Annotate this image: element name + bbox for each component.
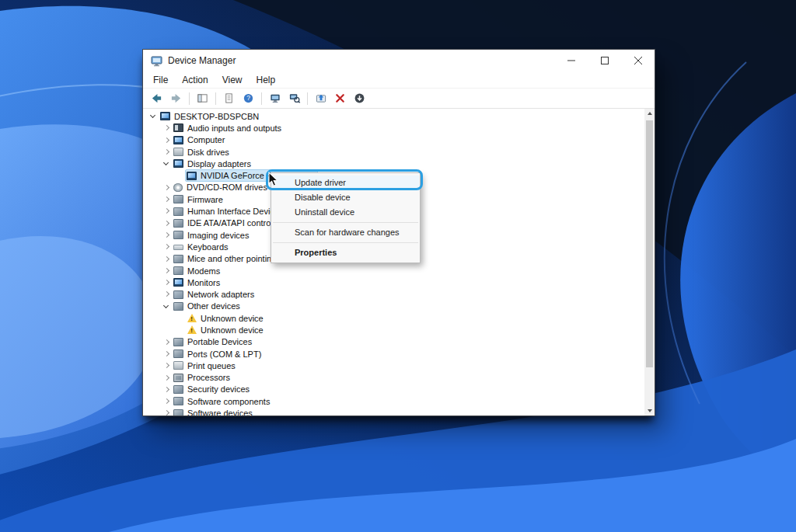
tree-item-label[interactable]: Software devices <box>187 409 253 416</box>
tree-item-label[interactable]: Audio inputs and outputs <box>187 123 281 133</box>
tree-item-label[interactable]: Imaging devices <box>187 231 250 240</box>
tree-item-label[interactable]: Monitors <box>187 278 220 287</box>
tree-item-body[interactable]: Security devices <box>173 384 253 395</box>
tree-item[interactable]: Disk drives <box>143 146 644 158</box>
tree-item-label[interactable]: Network adapters <box>187 290 254 299</box>
scroll-down-icon[interactable] <box>644 405 655 416</box>
tree-item-body[interactable]: Computer <box>173 134 228 145</box>
chevron-collapsed-icon[interactable] <box>162 217 173 229</box>
chevron-collapsed-icon[interactable] <box>162 122 173 134</box>
tree-item-body[interactable]: Firmware <box>173 194 226 205</box>
tree-item-body[interactable]: Unknown device <box>186 313 267 324</box>
tree-item[interactable]: Software devices <box>143 407 644 416</box>
tree-item-label[interactable]: Portable Devices <box>187 337 252 346</box>
tree-item[interactable]: Monitors <box>143 276 644 288</box>
vertical-scrollbar[interactable] <box>644 109 655 416</box>
chevron-collapsed-icon[interactable] <box>162 205 173 217</box>
menu-item-properties[interactable]: Properties <box>271 245 420 260</box>
chevron-collapsed-icon[interactable] <box>162 336 173 348</box>
tree-item[interactable]: Security devices <box>143 384 644 395</box>
devices-view-icon[interactable] <box>266 90 284 107</box>
tree-item[interactable]: Unknown device <box>143 312 644 324</box>
tree-item-body[interactable]: Modems <box>173 266 223 276</box>
tree-item[interactable]: Display adapters <box>143 158 644 169</box>
tree-item-label[interactable]: Other devices <box>187 301 240 311</box>
tree-item-label[interactable]: DVD/CD-ROM drives <box>187 183 267 192</box>
tree-item-body[interactable]: Display adapters <box>173 158 254 169</box>
tree-item[interactable]: Audio inputs and outputs <box>143 122 644 134</box>
tree-item-label[interactable]: Unknown device <box>201 314 264 323</box>
tree-item-label[interactable]: Keyboards <box>187 242 229 252</box>
tree-item-body[interactable]: Software components <box>173 396 273 407</box>
tree-item-body[interactable]: Keyboards <box>173 242 232 252</box>
scroll-up-icon[interactable] <box>644 109 655 119</box>
tree-item-body[interactable]: DESKTOP-BDSPCBN <box>159 111 262 122</box>
titlebar[interactable]: Device Manager <box>143 50 655 71</box>
tree-item[interactable]: Unknown device <box>143 324 644 336</box>
tree-item[interactable]: Other devices <box>143 301 644 312</box>
tree-item[interactable]: Processors <box>143 372 644 384</box>
tree-item-body[interactable]: Imaging devices <box>173 230 253 241</box>
tree-item-body[interactable]: Software devices <box>173 408 256 416</box>
menu-action[interactable]: Action <box>175 73 215 87</box>
menu-view[interactable]: View <box>215 73 250 87</box>
menu-item-uninstall-device[interactable]: Uninstall device <box>271 205 420 220</box>
tree-item-body[interactable]: Monitors <box>173 277 223 288</box>
chevron-collapsed-icon[interactable] <box>162 146 173 158</box>
tree-item-body[interactable]: Print queues <box>173 360 239 371</box>
menu-item-disable-device[interactable]: Disable device <box>271 190 420 205</box>
properties-icon[interactable] <box>220 90 238 107</box>
tree-item[interactable]: Portable Devices <box>143 336 644 348</box>
tree-item[interactable]: Network adapters <box>143 288 644 300</box>
chevron-collapsed-icon[interactable] <box>162 360 173 371</box>
close-button[interactable] <box>621 50 655 71</box>
chevron-collapsed-icon[interactable] <box>162 229 173 241</box>
tree-item-body[interactable]: Human Interface Devices <box>173 206 287 217</box>
tree-item-label[interactable]: Processors <box>187 373 230 382</box>
menu-item-scan-for-hardware-changes[interactable]: Scan for hardware changes <box>271 225 420 240</box>
tree-item[interactable]: Modems <box>143 265 644 276</box>
tree-item-body[interactable]: Processors <box>173 372 233 383</box>
tree-item[interactable]: DESKTOP-BDSPCBN <box>143 110 644 122</box>
chevron-collapsed-icon[interactable] <box>162 276 173 288</box>
tree-item[interactable]: Software components <box>143 395 644 407</box>
chevron-collapsed-icon[interactable] <box>162 193 173 205</box>
chevron-expanded-icon[interactable] <box>162 158 173 169</box>
tree-item-label[interactable]: Modems <box>187 266 220 276</box>
help-icon[interactable]: ? <box>239 90 257 107</box>
chevron-collapsed-icon[interactable] <box>162 395 173 407</box>
chevron-collapsed-icon[interactable] <box>162 372 173 384</box>
tree-item-label[interactable]: Ports (COM & LPT) <box>187 349 261 359</box>
chevron-collapsed-icon[interactable] <box>162 288 173 300</box>
back-icon[interactable] <box>148 90 166 107</box>
show-console-tree-icon[interactable] <box>194 90 211 107</box>
scan-for-hardware-changes-icon[interactable] <box>285 90 303 107</box>
chevron-collapsed-icon[interactable] <box>162 253 173 265</box>
tree-item-label[interactable]: Software components <box>187 397 270 406</box>
tree-item-body[interactable]: Unknown device <box>186 325 267 336</box>
maximize-button[interactable] <box>588 50 621 71</box>
tree-item-body[interactable]: Portable Devices <box>173 336 255 347</box>
tree-item-label[interactable]: DESKTOP-BDSPCBN <box>174 112 259 121</box>
tree-item-label[interactable]: Computer <box>187 135 225 144</box>
tree-item-label[interactable]: Firmware <box>187 195 223 204</box>
chevron-collapsed-icon[interactable] <box>162 182 173 193</box>
tree-item[interactable]: Ports (COM & LPT) <box>143 348 644 360</box>
tree-item[interactable]: Print queues <box>143 360 644 371</box>
disable-device-icon[interactable] <box>351 90 368 107</box>
tree-item-label[interactable]: Disk drives <box>187 148 229 157</box>
menu-file[interactable]: File <box>146 73 175 87</box>
chevron-collapsed-icon[interactable] <box>162 265 173 276</box>
menu-help[interactable]: Help <box>250 73 283 87</box>
tree-item-body[interactable]: DVD/CD-ROM drives <box>173 182 271 193</box>
tree-item-label[interactable]: Unknown device <box>201 325 264 335</box>
tree-item-body[interactable]: Disk drives <box>173 147 232 158</box>
chevron-collapsed-icon[interactable] <box>162 407 173 416</box>
minimize-button[interactable] <box>554 50 588 71</box>
tree-item-label[interactable]: Human Interface Devices <box>187 207 284 216</box>
tree-item-label[interactable]: Security devices <box>187 384 250 394</box>
update-driver-icon[interactable] <box>312 90 330 107</box>
scrollbar-thumb[interactable] <box>646 120 653 367</box>
tree-item-label[interactable]: Print queues <box>187 361 236 370</box>
chevron-collapsed-icon[interactable] <box>162 348 173 360</box>
